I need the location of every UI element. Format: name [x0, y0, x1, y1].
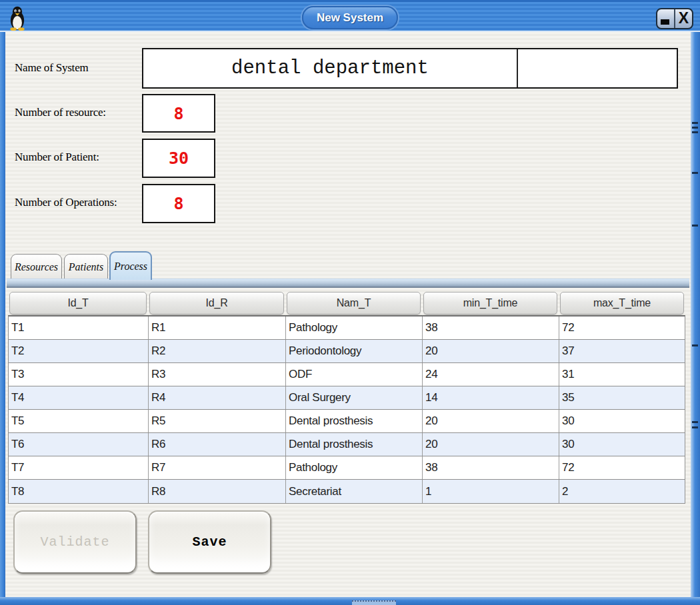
- text-caret-divider: [517, 49, 518, 87]
- window-border-right[interactable]: [691, 32, 700, 605]
- tux-penguin-icon: [7, 5, 27, 31]
- frame-notch: [692, 172, 698, 174]
- window-border-left: [0, 32, 5, 605]
- cell-id-r: R8: [149, 480, 286, 503]
- frame-notch: [692, 426, 698, 428]
- cell-id-r: R3: [149, 363, 286, 386]
- cell-min-t-time: 20: [423, 433, 559, 456]
- cell-id-t: T1: [9, 316, 149, 339]
- cell-max-t-time: 30: [559, 410, 685, 432]
- cell-id-r: R7: [149, 456, 286, 479]
- window-title-pill: New System: [302, 6, 398, 29]
- number-of-operations-input[interactable]: 8: [142, 184, 215, 223]
- cell-id-t: T5: [9, 410, 149, 432]
- cell-id-t: T4: [9, 386, 149, 409]
- cell-max-t-time: 72: [559, 316, 685, 339]
- number-of-operations-label: Number of Operations:: [15, 196, 117, 209]
- cell-min-t-time: 20: [423, 410, 559, 432]
- number-of-patient-input[interactable]: 30: [142, 139, 215, 178]
- table-row[interactable]: T7 R7 Pathology 38 72: [9, 456, 685, 480]
- cell-max-t-time: 2: [559, 480, 685, 503]
- number-of-patient-label: Number of Patient:: [15, 151, 99, 164]
- frame-notch: [692, 421, 698, 423]
- cell-id-t: T3: [9, 363, 149, 386]
- number-of-patient-value: 30: [169, 149, 189, 168]
- cell-max-t-time: 30: [559, 433, 685, 456]
- number-of-resource-input[interactable]: 8: [142, 94, 215, 133]
- cell-nam-t: Dental prosthesis: [286, 410, 423, 432]
- table-row[interactable]: T8 R8 Secretariat 1 2: [9, 480, 685, 503]
- column-header-id-r[interactable]: Id_R: [149, 292, 284, 314]
- frame-notch: [692, 344, 698, 346]
- cell-min-t-time: 38: [423, 316, 559, 339]
- cell-id-t: T2: [9, 340, 149, 362]
- number-of-operations-value: 8: [173, 194, 183, 213]
- name-of-system-label: Name of System: [15, 61, 89, 75]
- cell-min-t-time: 14: [423, 386, 559, 409]
- cell-max-t-time: 37: [559, 340, 685, 362]
- column-header-nam-t[interactable]: Nam_T: [287, 292, 421, 314]
- cell-min-t-time: 24: [423, 363, 559, 386]
- window-border-bottom[interactable]: [0, 597, 700, 605]
- minimize-button[interactable]: [657, 9, 675, 28]
- cell-nam-t: ODF: [286, 363, 423, 386]
- frame-notch: [692, 122, 698, 124]
- window-resize-grip[interactable]: [352, 600, 396, 605]
- window-title: New System: [317, 11, 383, 25]
- table-row[interactable]: T2 R2 Periodontology 20 37: [9, 340, 685, 363]
- close-button[interactable]: X: [675, 9, 692, 28]
- main-panel: Name of System dental department Number …: [5, 32, 691, 597]
- cell-min-t-time: 20: [423, 340, 559, 362]
- cell-nam-t: Oral Surgery: [286, 386, 423, 409]
- cell-id-t: T6: [9, 433, 149, 456]
- table-row[interactable]: T1 R1 Pathology 38 72: [9, 316, 685, 340]
- cell-id-r: R4: [149, 386, 286, 409]
- cell-id-r: R6: [149, 433, 286, 456]
- column-header-max-t-time[interactable]: max_T_time: [560, 292, 684, 314]
- tab-panel-edge: [7, 279, 689, 288]
- close-icon: X: [679, 9, 689, 27]
- table-header-row: Id_T Id_R Nam_T min_T_time max_T_time: [8, 291, 685, 315]
- frame-notch: [692, 131, 698, 133]
- tab-resources[interactable]: Resources: [11, 254, 62, 279]
- cell-min-t-time: 1: [423, 480, 559, 503]
- cell-max-t-time: 72: [559, 456, 685, 479]
- table-row[interactable]: T6 R6 Dental prosthesis 20 30: [9, 433, 685, 456]
- system-name-input[interactable]: dental department: [142, 48, 678, 89]
- window-controls: X: [656, 8, 693, 29]
- table-row[interactable]: T4 R4 Oral Surgery 14 35: [9, 386, 685, 410]
- tab-process[interactable]: Process: [109, 251, 152, 280]
- cell-nam-t: Secretariat: [286, 480, 423, 503]
- system-name-value: dental department: [143, 49, 517, 87]
- cell-id-r: R2: [149, 340, 286, 362]
- titlebar[interactable]: New System X: [0, 0, 700, 32]
- tab-patients[interactable]: Patients: [64, 254, 108, 279]
- number-of-resource-value: 8: [173, 104, 183, 123]
- app-window: New System X Name of System dental depar…: [0, 0, 700, 605]
- table-row[interactable]: T5 R5 Dental prosthesis 20 30: [9, 410, 685, 433]
- frame-notch: [692, 225, 698, 227]
- process-table: T1 R1 Pathology 38 72 T2 R2 Periodontolo…: [8, 315, 685, 504]
- minimize-icon: [661, 19, 669, 25]
- frame-notch: [692, 127, 698, 129]
- cell-id-r: R1: [149, 316, 286, 339]
- cell-max-t-time: 31: [559, 363, 685, 386]
- cell-nam-t: Periodontology: [286, 340, 423, 362]
- cell-id-r: R5: [149, 410, 286, 432]
- validate-button[interactable]: Validate: [13, 510, 137, 574]
- cell-id-t: T7: [9, 456, 149, 479]
- cell-nam-t: Pathology: [286, 316, 423, 339]
- cell-nam-t: Pathology: [286, 456, 423, 479]
- cell-max-t-time: 35: [559, 386, 685, 409]
- table-row[interactable]: T3 R3 ODF 24 31: [9, 363, 685, 386]
- cell-id-t: T8: [9, 480, 149, 503]
- cell-min-t-time: 38: [423, 456, 559, 479]
- column-header-min-t-time[interactable]: min_T_time: [423, 292, 557, 314]
- column-header-id-t[interactable]: Id_T: [9, 292, 147, 314]
- number-of-resource-label: Number of resource:: [15, 106, 106, 119]
- save-button[interactable]: Save: [148, 510, 271, 574]
- cell-nam-t: Dental prosthesis: [286, 433, 423, 456]
